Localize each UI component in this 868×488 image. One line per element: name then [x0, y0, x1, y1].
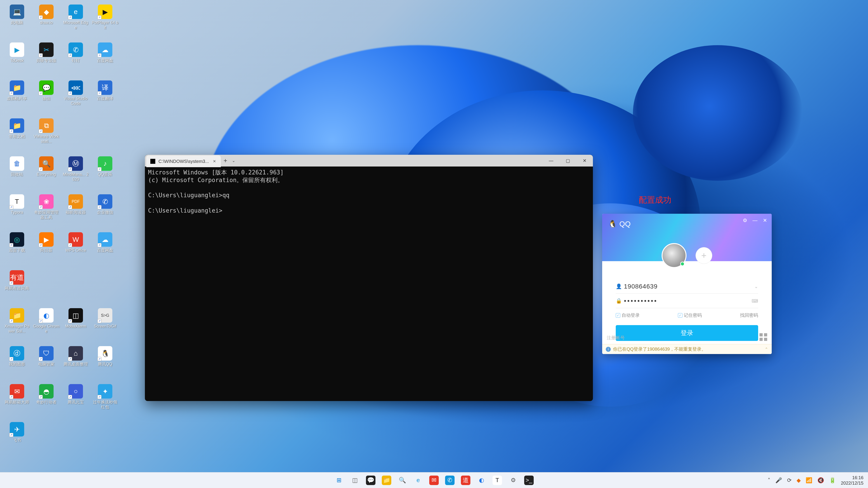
account-dropdown-icon[interactable]: ⌄: [754, 284, 758, 289]
terminal-minimize[interactable]: —: [543, 155, 559, 166]
qq-qr-icon[interactable]: [760, 333, 767, 341]
desktop-icon[interactable]: 📁↗常用文档: [2, 119, 32, 156]
tray-battery-icon[interactable]: 🔋: [829, 477, 836, 484]
tray-volume-icon[interactable]: 🔇: [817, 477, 824, 484]
taskbar-clock[interactable]: 16:16 2022/12/15: [841, 475, 864, 486]
desktop[interactable]: 💻此电脑▶ToDesk📁↗虚拟机共享📁↗常用文档🗑回收站T↗Typora◎↗迅雷…: [0, 0, 868, 472]
taskbar-icon-task-view[interactable]: ◫: [348, 474, 361, 487]
taskbar: ⊞◫💬📁🔍e✉✆道◐T⚙>_ ˄ 🎤 ⟳ ◆ 📶 🔇 🔋 16:16 2022/…: [0, 472, 868, 488]
desktop-icon-label: WPS Office: [65, 248, 86, 253]
qq-find-password[interactable]: 找回密码: [740, 312, 758, 318]
tray-app-icon[interactable]: ◆: [797, 477, 801, 484]
taskbar-icon-edge[interactable]: e: [412, 474, 425, 487]
app-icon: 📁↗: [10, 80, 24, 95]
desktop-icon[interactable]: 🐧↗腾讯QQ: [90, 346, 120, 384]
desktop-icon[interactable]: ▶↗向日葵: [32, 232, 61, 270]
desktop-icon[interactable]: ⌂↗腾讯桌面整理: [61, 346, 90, 384]
desktop-icon[interactable]: 🔍↗Everything: [32, 156, 61, 194]
desktop-icon[interactable]: 有道↗网易有道词典: [2, 270, 32, 308]
desktop-icon[interactable]: ◐↗Google Chrome: [32, 308, 61, 346]
terminal-tab-close[interactable]: ×: [212, 158, 217, 164]
qq-account-input[interactable]: 👤 190864639 ⌄: [616, 279, 758, 294]
desktop-icon[interactable]: ◓↗奇妙行动者: [32, 384, 61, 422]
desktop-icon[interactable]: ▶↗PotPlayer 64 bit: [90, 4, 120, 42]
desktop-icon[interactable]: S>G↗ScreenToGif: [90, 308, 120, 346]
terminal-new-tab[interactable]: +: [221, 157, 230, 164]
desktop-icon[interactable]: 🛡↗电脑管家: [32, 346, 61, 384]
qq-login-button[interactable]: 登录: [616, 325, 758, 341]
desktop-icon[interactable]: 🗑回收站: [2, 156, 32, 194]
desktop-icon[interactable]: ❀↗奇妙应用管理器工具: [32, 194, 61, 232]
app-icon: e↗: [68, 4, 83, 19]
taskbar-icon-file-explorer[interactable]: 📁: [380, 474, 393, 487]
terminal-maximize[interactable]: ▢: [559, 155, 576, 166]
taskbar-icon-youdao[interactable]: 道: [459, 474, 472, 487]
desktop-icon[interactable]: ◎↗迅雷下载: [2, 232, 32, 270]
desktop-icon[interactable]: ✆↗企业微信: [90, 194, 120, 232]
desktop-icon-label: 微信: [42, 96, 51, 101]
terminal-tab[interactable]: C:\WINDOWS\system3... ×: [146, 156, 221, 167]
qq-remember-pwd-checkbox[interactable]: ✓ 记住密码: [678, 312, 702, 318]
keyboard-icon[interactable]: ⌨: [752, 298, 758, 304]
qq-password-input[interactable]: 🔒 ●●●●●●●●●● ⌨: [616, 294, 758, 308]
desktop-icon[interactable]: Ⓜ↗MindMana... 2020: [61, 156, 90, 194]
terminal-body[interactable]: Microsoft Windows [版本 10.0.22621.963] (c…: [145, 166, 593, 401]
desktop-icon[interactable]: 译↗百度翻译: [90, 80, 120, 119]
desktop-icon[interactable]: ✈↗飞书: [2, 422, 32, 460]
shortcut-arrow-icon: ↗: [97, 91, 101, 95]
terminal-titlebar[interactable]: C:\WINDOWS\system3... × + ⌄ — ▢ ✕: [145, 155, 593, 166]
desktop-icon[interactable]: ◫↗MobaXterm: [61, 308, 90, 346]
desktop-icon[interactable]: ✉↗网易邮箱大师: [2, 384, 32, 422]
taskbar-icon-typora[interactable]: T: [491, 474, 504, 487]
tray-mic-icon[interactable]: 🎤: [775, 477, 782, 484]
desktop-icon[interactable]: ✆↗钉钉: [61, 42, 90, 80]
taskbar-icon-settings[interactable]: ⚙: [507, 474, 520, 487]
shortcut-arrow-icon: ↗: [68, 15, 72, 20]
shortcut-arrow-icon: ↗: [39, 395, 43, 399]
desktop-icon[interactable]: ○↗腾讯元宝: [61, 384, 90, 422]
taskbar-icon-start[interactable]: ⊞: [333, 474, 345, 487]
taskbar-icon-dingding[interactable]: ✆: [443, 474, 456, 487]
qq-auto-login-checkbox[interactable]: ✓ 自动登录: [616, 312, 640, 318]
desktop-icon[interactable]: ♪↗QQ音乐: [90, 156, 120, 194]
desktop-icon[interactable]: e↗Microsoft Edge: [61, 4, 90, 42]
taskbar-icon-chrome[interactable]: ◐: [475, 474, 488, 487]
desktop-icon[interactable]: ☁↗百度网盘: [90, 42, 120, 80]
desktop-icon[interactable]: 📁↗Xmanager Power Sui...: [2, 308, 32, 346]
desktop-icon[interactable]: 💬↗微信: [32, 80, 61, 119]
desktop-icon[interactable]: ✦↗过年换送秒领红包: [90, 384, 120, 422]
qq-close[interactable]: ✕: [761, 217, 770, 225]
qq-footer-expand[interactable]: ⌃: [765, 347, 768, 352]
qq-register-link[interactable]: 注册帐号: [607, 335, 625, 341]
tray-chevron-up-icon[interactable]: ˄: [768, 477, 770, 484]
taskbar-icon-chat[interactable]: 💬: [364, 474, 377, 487]
qq-minimize[interactable]: —: [750, 217, 760, 225]
desktop-icon[interactable]: ⓓ↗我的图形: [2, 346, 32, 384]
shortcut-arrow-icon: ↗: [68, 319, 72, 323]
desktop-icon[interactable]: 💻此电脑: [2, 4, 32, 42]
desktop-icon[interactable]: ◆↗draw.io: [32, 4, 61, 42]
desktop-icon[interactable]: 📁↗虚拟机共享: [2, 80, 32, 119]
taskbar-icon-terminal[interactable]: >_: [523, 474, 535, 487]
tray-wifi-icon[interactable]: 📶: [806, 477, 812, 484]
taskbar-icon-mail[interactable]: ✉: [428, 474, 440, 487]
desktop-icon[interactable]: PDF↗福昕阅读器: [61, 194, 90, 232]
shortcut-arrow-icon: ↗: [39, 319, 43, 323]
desktop-icon[interactable]: T↗Typora: [2, 194, 32, 232]
desktop-icon[interactable]: ☁↗百度网盘: [90, 232, 120, 270]
desktop-icon-label: 回收站: [11, 172, 23, 177]
terminal-close[interactable]: ✕: [576, 155, 593, 166]
qq-header[interactable]: 🐧 QQ ⚙ — ✕ +: [602, 214, 772, 261]
desktop-icon[interactable]: W↗WPS Office: [61, 232, 90, 270]
desktop-icon[interactable]: ⋘↗Visual Studio Code: [61, 80, 90, 119]
taskbar-icon-search[interactable]: 🔍: [396, 474, 409, 487]
tray-update-icon[interactable]: ⟳: [787, 477, 792, 484]
desktop-icon[interactable]: ▶ToDesk: [2, 42, 32, 80]
terminal-tab-dropdown[interactable]: ⌄: [230, 158, 237, 163]
desktop-icon[interactable]: ✂↗剪映专业版: [32, 42, 61, 80]
desktop-icon-label: 虚拟机共享: [7, 96, 27, 101]
desktop-icon-label: 百度网盘: [97, 248, 113, 253]
desktop-icon-label: 我的图形: [9, 362, 25, 367]
qq-settings[interactable]: ⚙: [741, 217, 749, 225]
desktop-icon[interactable]: ⧉↗VMware Workstati...: [32, 119, 61, 156]
